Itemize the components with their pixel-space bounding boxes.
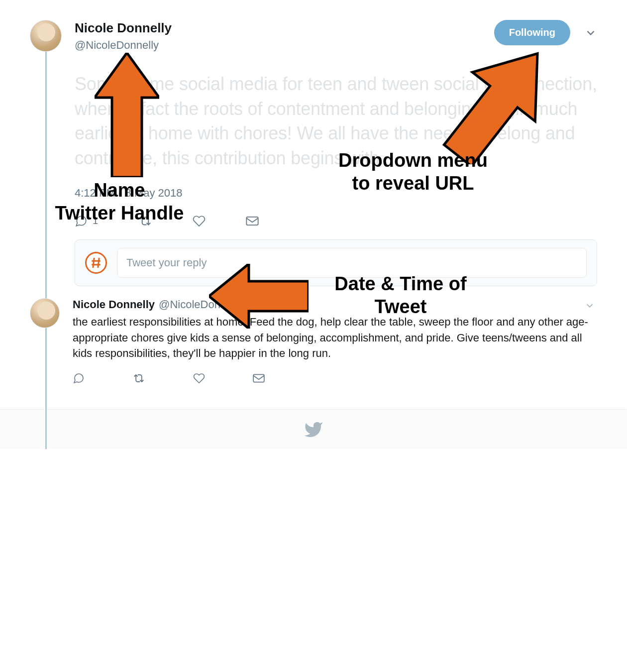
chevron-down-icon <box>584 300 595 311</box>
author-handle: @NicoleDonnelly <box>75 38 172 52</box>
chevron-down-icon <box>584 26 597 39</box>
envelope-icon <box>252 372 265 384</box>
header-right-controls: Following <box>494 20 597 45</box>
reply-header: Nicole Donnelly @NicoleDonnelly · 49m <box>73 298 597 311</box>
reply-icon <box>73 372 85 384</box>
avatar-column <box>30 20 70 286</box>
main-tweet-content: Nicole Donnelly @NicoleDonnelly Followin… <box>70 20 597 286</box>
svg-line-4 <box>98 258 100 268</box>
retweet-action[interactable] <box>138 215 153 227</box>
reply-like-action[interactable] <box>193 372 205 384</box>
heart-icon <box>193 372 205 384</box>
footer-bar <box>0 409 627 449</box>
svg-rect-0 <box>246 217 258 225</box>
reply-action[interactable]: 1 <box>75 215 98 227</box>
reply-content: Nicole Donnelly @NicoleDonnelly · 49m th… <box>60 298 597 385</box>
author-block[interactable]: Nicole Donnelly @NicoleDonnelly <box>75 20 172 52</box>
reply-count: 1 <box>93 215 98 226</box>
reply-body-text: the earliest responsibilities at home. F… <box>73 314 597 362</box>
reply-dm-action[interactable] <box>252 372 265 384</box>
tweet-actions: 1 <box>75 215 597 227</box>
reply-icon <box>75 215 88 227</box>
twitter-bird-icon <box>304 420 323 440</box>
tweet-timestamp[interactable]: 4:12 PM - 8 May 2018 <box>75 187 597 200</box>
reply-actions <box>73 372 597 384</box>
tweet-header: Nicole Donnelly @NicoleDonnelly Followin… <box>75 20 597 52</box>
reply-menu-caret[interactable] <box>584 300 595 311</box>
retweet-icon <box>138 215 153 227</box>
tweet-body-text: Some blame social media for teen and twe… <box>75 72 597 171</box>
reply-author-handle[interactable]: @NicoleDonnelly <box>159 298 243 311</box>
author-display-name: Nicole Donnelly <box>75 20 172 36</box>
dot-separator: · <box>247 298 250 311</box>
reply-time-ago[interactable]: 49m <box>254 298 275 311</box>
dm-action[interactable] <box>245 215 259 227</box>
retweet-icon <box>132 372 146 384</box>
reply-reply-action[interactable] <box>73 372 85 384</box>
tweet-menu-caret[interactable] <box>584 26 597 39</box>
reply-composer <box>75 239 597 286</box>
reply-avatar-col <box>30 298 60 385</box>
composer-avatar[interactable] <box>85 252 107 274</box>
follow-button[interactable]: Following <box>494 20 570 45</box>
reply-input[interactable] <box>117 248 587 278</box>
reply-tweet: Nicole Donnelly @NicoleDonnelly · 49m th… <box>0 286 627 395</box>
user-avatar[interactable] <box>30 20 62 52</box>
envelope-icon <box>245 215 259 227</box>
tweet-detail-container: Nicole Donnelly @NicoleDonnelly Followin… <box>0 0 627 286</box>
reply-retweet-action[interactable] <box>132 372 146 384</box>
main-tweet: Nicole Donnelly @NicoleDonnelly Followin… <box>30 20 597 286</box>
like-action[interactable] <box>193 215 206 227</box>
reply-author-name[interactable]: Nicole Donnelly <box>73 298 155 311</box>
svg-line-3 <box>93 258 95 268</box>
hashtag-icon <box>89 255 104 270</box>
heart-icon <box>193 215 206 227</box>
svg-rect-5 <box>253 375 264 382</box>
reply-user-avatar[interactable] <box>30 298 60 328</box>
